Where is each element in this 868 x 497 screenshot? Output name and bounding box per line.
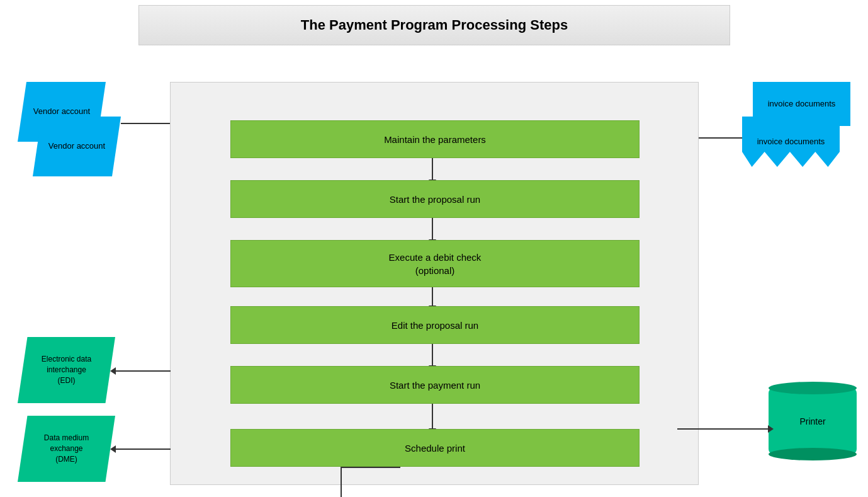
left-bracket-top	[341, 467, 400, 468]
title-banner: The Payment Program Processing Steps	[138, 5, 730, 45]
step-payment: Start the payment run	[230, 366, 640, 404]
printer-shape: Printer	[769, 388, 857, 454]
invoice-1-label: invoice documents	[758, 93, 846, 115]
printer-label: Printer	[799, 416, 825, 426]
arrow-to-dme	[115, 448, 171, 450]
step-proposal-label: Start the proposal run	[390, 194, 480, 205]
vendor-account-2-label: Vendor account	[38, 135, 115, 157]
step-maintain-label: Maintain the parameters	[384, 134, 486, 145]
dme-label: Data mediumexchange(DME)	[34, 428, 99, 469]
invoice-2-label: invoice documents	[747, 131, 835, 152]
arrow-to-edi	[115, 370, 171, 372]
step-edit: Edit the proposal run	[230, 306, 640, 344]
arrow-4	[432, 344, 433, 366]
flowchart-container: Maintain the parameters Start the propos…	[170, 82, 699, 485]
edi-shape: Electronic datainterchange(EDI)	[18, 337, 115, 403]
step-debit-label: Execute a debit check(optional)	[389, 251, 482, 277]
step-debit: Execute a debit check(optional)	[230, 240, 640, 287]
invoice-documents-2: invoice documents	[742, 117, 840, 167]
step-proposal: Start the proposal run	[230, 180, 640, 218]
left-bracket-vertical	[341, 467, 342, 497]
arrow-2	[432, 218, 433, 240]
vendor-account-2: Vendor account	[33, 117, 121, 176]
step-maintain: Maintain the parameters	[230, 120, 640, 158]
arrow-1	[432, 158, 433, 180]
arrow-3	[432, 287, 433, 306]
step-payment-label: Start the payment run	[390, 380, 480, 391]
step-schedule-label: Schedule print	[405, 443, 465, 454]
dme-shape: Data mediumexchange(DME)	[18, 416, 115, 482]
arrow-to-printer	[677, 428, 769, 430]
page-title: The Payment Program Processing Steps	[152, 17, 717, 33]
page-container: The Payment Program Processing Steps Ven…	[0, 0, 868, 497]
printer-cylinder: Printer	[769, 388, 857, 454]
step-schedule: Schedule print	[230, 429, 640, 467]
step-edit-label: Edit the proposal run	[392, 320, 478, 331]
edi-label: Electronic datainterchange(EDI)	[31, 349, 101, 391]
arrow-5	[432, 404, 433, 429]
